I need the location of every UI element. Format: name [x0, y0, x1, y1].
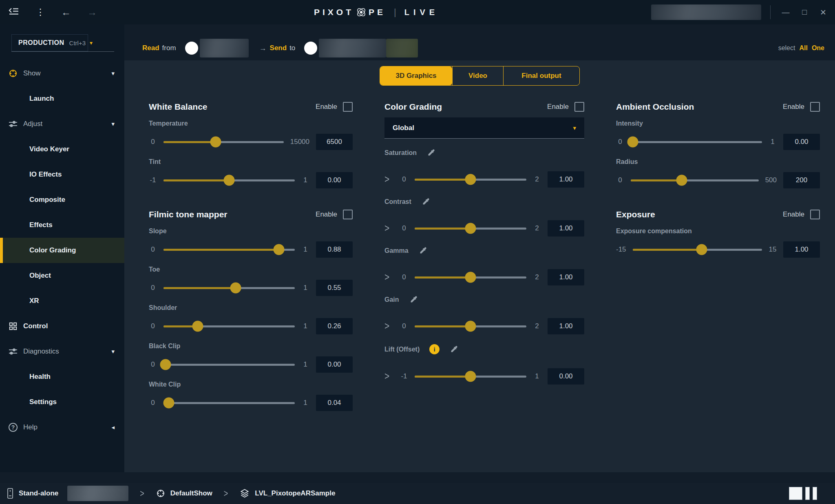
tint-slider[interactable] [163, 179, 295, 181]
black-clip-slider[interactable] [163, 364, 295, 366]
sidebar-item-launch[interactable]: Launch [0, 86, 124, 111]
sidebar-item-show[interactable]: Show ▾ [0, 61, 124, 86]
temperature-slider[interactable] [163, 141, 284, 143]
toe-slider[interactable] [163, 287, 295, 289]
sidebar-item-object[interactable]: Object [0, 263, 124, 288]
intensity-slider[interactable] [631, 141, 762, 143]
eyedropper-icon[interactable] [418, 246, 427, 255]
eyedropper-icon[interactable] [449, 345, 458, 354]
ambient-occlusion-enable-checkbox[interactable] [810, 102, 820, 112]
sidebar-item-io-effects[interactable]: IO Effects [0, 162, 124, 187]
expand-chevron-icon[interactable]: > [384, 272, 393, 283]
eyedropper-icon[interactable] [421, 197, 430, 206]
slope-value-input[interactable]: 0.88 [316, 241, 353, 258]
slider-thumb[interactable] [210, 137, 221, 148]
gain-slider[interactable] [415, 325, 526, 327]
layout-side-panel-toggle[interactable] [805, 487, 810, 500]
sidebar-item-composite[interactable]: Composite [0, 187, 124, 212]
select-all-link[interactable]: All [799, 44, 807, 52]
temperature-value-input[interactable]: 6500 [316, 134, 353, 150]
redacted-account-box[interactable] [651, 4, 761, 20]
sidebar-item-health[interactable]: Health [0, 364, 124, 389]
machine-name-redacted[interactable] [67, 486, 128, 501]
sidebar-item-settings[interactable]: Settings [0, 389, 124, 415]
slider-thumb[interactable] [465, 371, 476, 382]
machine-mode-label[interactable]: Stand-alone [19, 489, 58, 497]
sidebar-item-color-grading[interactable]: Color Grading [0, 238, 124, 263]
color-grading-scope-dropdown[interactable]: Global ▾ [384, 117, 584, 139]
slider-thumb[interactable] [163, 398, 174, 409]
filmic-enable-checkbox[interactable] [343, 210, 353, 219]
eyedropper-icon[interactable] [426, 148, 435, 157]
sidebar-item-adjust[interactable]: Adjust ▾ [0, 111, 124, 137]
minimize-button[interactable]: — [780, 8, 792, 17]
gamma-slider[interactable] [415, 276, 526, 279]
sidebar-item-diagnostics[interactable]: Diagnostics ▾ [0, 339, 124, 364]
lift-offset-slider[interactable] [415, 376, 526, 378]
color-grading-enable-checkbox[interactable] [574, 102, 584, 112]
select-one-link[interactable]: One [812, 44, 824, 52]
exposure-enable-checkbox[interactable] [810, 210, 820, 219]
close-button[interactable]: ✕ [817, 8, 829, 17]
send-to-toggle[interactable] [304, 42, 317, 55]
sidebar-item-effects[interactable]: Effects [0, 212, 124, 238]
read-from-toggle[interactable] [185, 42, 198, 55]
slider-thumb[interactable] [192, 321, 203, 332]
saturation-slider[interactable] [415, 179, 526, 181]
eyedropper-icon[interactable] [409, 295, 418, 304]
slider-thumb[interactable] [465, 321, 476, 332]
tab-video[interactable]: Video [452, 66, 503, 85]
slider-thumb[interactable] [230, 283, 241, 294]
white-balance-enable-checkbox[interactable] [343, 102, 353, 112]
white-clip-value-input[interactable]: 0.04 [316, 395, 353, 411]
level-name-label[interactable]: LVL_PixotopeARSample [255, 489, 335, 497]
contrast-value-input[interactable]: 1.00 [548, 220, 584, 237]
production-selector[interactable]: PRODUCTION Ctrl+3 ▾ [11, 34, 88, 51]
expand-chevron-icon[interactable]: > [384, 321, 393, 332]
sidebar-item-control[interactable]: Control [0, 314, 124, 339]
radius-slider[interactable] [631, 179, 759, 181]
saturation-value-input[interactable]: 1.00 [548, 171, 584, 188]
slider-thumb[interactable] [465, 174, 476, 185]
sidebar-item-help[interactable]: ? Help ◂ [0, 415, 124, 440]
expand-chevron-icon[interactable]: > [384, 223, 393, 234]
sidebar-item-video-keyer[interactable]: Video Keyer [0, 137, 124, 162]
intensity-value-input[interactable]: 0.00 [783, 134, 820, 150]
exposure-compensation-slider[interactable] [633, 249, 762, 251]
shoulder-value-input[interactable]: 0.26 [316, 318, 353, 334]
slider-thumb[interactable] [465, 223, 476, 234]
toe-value-input[interactable]: 0.55 [316, 280, 353, 296]
forward-button[interactable]: → [87, 7, 97, 17]
slider-thumb[interactable] [465, 272, 476, 283]
send-to-machine-redacted[interactable] [319, 39, 386, 57]
back-button[interactable]: ← [61, 7, 71, 17]
lift-offset-value-input[interactable]: 0.00 [548, 368, 584, 385]
info-icon[interactable]: i [429, 344, 440, 354]
slider-thumb[interactable] [676, 175, 687, 186]
contrast-slider[interactable] [415, 228, 526, 230]
show-name-label[interactable]: DefaultShow [170, 489, 212, 497]
tint-value-input[interactable]: 0.00 [316, 172, 353, 188]
slider-thumb[interactable] [160, 359, 171, 370]
shoulder-slider[interactable] [163, 325, 295, 327]
slider-thumb[interactable] [224, 175, 235, 186]
gamma-value-input[interactable]: 1.00 [548, 269, 584, 285]
white-clip-slider[interactable] [163, 402, 295, 404]
exposure-compensation-value-input[interactable]: 1.00 [783, 241, 820, 258]
gain-value-input[interactable]: 1.00 [548, 318, 584, 334]
expand-chevron-icon[interactable]: > [384, 371, 393, 382]
sidebar-collapse-button[interactable] [8, 7, 20, 18]
sidebar-item-xr[interactable]: XR [0, 288, 124, 314]
maximize-button[interactable]: □ [798, 8, 811, 17]
radius-value-input[interactable]: 200 [783, 172, 820, 188]
layout-side-panel-toggle-2[interactable] [813, 487, 817, 500]
slider-thumb[interactable] [274, 244, 285, 255]
tab-final-output[interactable]: Final output [503, 66, 579, 85]
slider-thumb[interactable] [696, 244, 707, 255]
black-clip-value-input[interactable]: 0.00 [316, 356, 353, 373]
read-from-machine-redacted[interactable] [200, 39, 249, 57]
layout-main-panel-toggle[interactable] [789, 487, 802, 500]
expand-chevron-icon[interactable]: > [384, 174, 393, 186]
slider-thumb[interactable] [627, 137, 638, 148]
tab-3d-graphics[interactable]: 3D Graphics [380, 66, 452, 85]
